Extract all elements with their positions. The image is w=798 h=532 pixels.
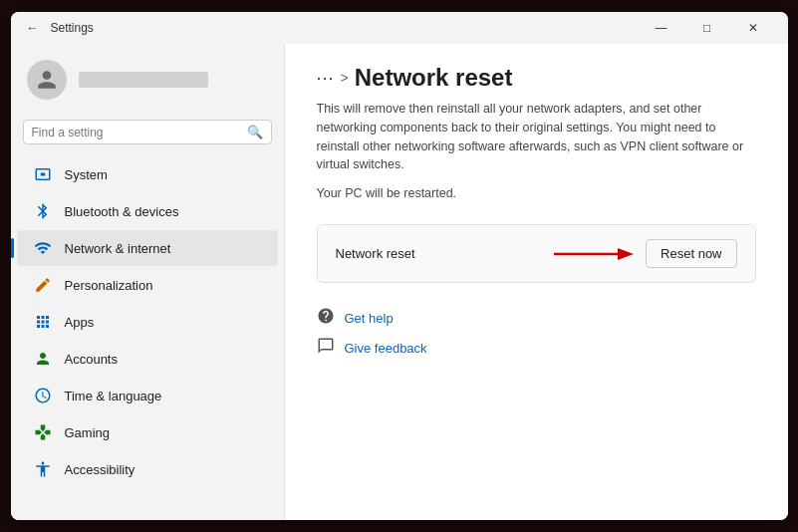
breadcrumb: ··· > Network reset	[317, 64, 756, 92]
red-arrow-icon	[554, 242, 634, 266]
sidebar-item-time-label: Time & language	[65, 389, 162, 403]
restart-notice: Your PC will be restarted.	[317, 186, 756, 200]
give-feedback-link[interactable]: Give feedback	[317, 337, 756, 359]
personalization-icon	[33, 275, 53, 295]
sidebar: 🔍 System Bluetooth & devices	[11, 44, 285, 520]
sidebar-item-system[interactable]: System	[17, 156, 278, 192]
give-feedback-icon	[317, 337, 335, 359]
sidebar-item-gaming-label: Gaming	[65, 425, 111, 440]
sidebar-item-accessibility[interactable]: Accessibility	[17, 451, 278, 487]
give-feedback-label: Give feedback	[345, 341, 427, 356]
avatar	[27, 60, 67, 100]
get-help-link[interactable]: Get help	[317, 307, 756, 329]
close-button[interactable]: ✕	[730, 12, 776, 44]
titlebar-left: ← Settings	[23, 18, 94, 38]
search-icon: 🔍	[247, 125, 263, 139]
sidebar-item-personalization[interactable]: Personalization	[17, 267, 278, 303]
network-icon	[33, 238, 53, 258]
reset-card: Network reset Reset now	[317, 224, 756, 283]
svg-marker-1	[618, 248, 634, 260]
apps-icon	[33, 312, 53, 332]
search-box[interactable]: 🔍	[23, 120, 272, 144]
system-icon	[33, 164, 53, 184]
bluetooth-icon	[33, 201, 53, 221]
accessibility-icon	[33, 459, 53, 479]
sidebar-item-personalization-label: Personalization	[65, 278, 153, 293]
reset-card-right: Reset now	[554, 239, 736, 268]
maximize-button[interactable]: □	[684, 12, 730, 44]
get-help-label: Get help	[345, 311, 394, 326]
search-input[interactable]	[32, 126, 241, 139]
sidebar-item-network[interactable]: Network & internet	[17, 230, 278, 266]
user-profile	[11, 52, 284, 116]
time-icon	[33, 386, 53, 405]
back-button[interactable]: ←	[23, 18, 43, 38]
breadcrumb-sep: >	[341, 70, 349, 86]
breadcrumb-dots[interactable]: ···	[317, 68, 335, 89]
titlebar: ← Settings — □ ✕	[11, 12, 788, 44]
page-title: Network reset	[355, 64, 513, 92]
sidebar-item-network-label: Network & internet	[65, 241, 171, 256]
gaming-icon	[33, 422, 53, 442]
nav-list: System Bluetooth & devices Network & int…	[11, 156, 284, 487]
sidebar-item-accounts[interactable]: Accounts	[17, 341, 278, 377]
reset-now-button[interactable]: Reset now	[646, 239, 736, 268]
sidebar-item-bluetooth[interactable]: Bluetooth & devices	[17, 193, 278, 229]
sidebar-item-apps[interactable]: Apps	[17, 304, 278, 340]
sidebar-item-apps-label: Apps	[65, 315, 95, 330]
sidebar-item-accessibility-label: Accessibility	[65, 462, 135, 477]
help-links: Get help Give feedback	[317, 307, 756, 359]
get-help-icon	[317, 307, 335, 329]
sidebar-item-bluetooth-label: Bluetooth & devices	[65, 204, 179, 219]
main-content: ··· > Network reset This will remove the…	[285, 44, 788, 520]
window-content: 🔍 System Bluetooth & devices	[11, 44, 788, 520]
accounts-icon	[33, 349, 53, 369]
minimize-button[interactable]: —	[639, 12, 684, 44]
app-title: Settings	[51, 21, 94, 35]
settings-window: ← Settings — □ ✕ 🔍	[11, 12, 788, 520]
sidebar-item-system-label: System	[65, 167, 108, 182]
reset-card-label: Network reset	[336, 246, 415, 261]
titlebar-controls: — □ ✕	[639, 12, 776, 44]
sidebar-item-accounts-label: Accounts	[65, 352, 118, 367]
description-text: This will remove then reinstall all your…	[317, 100, 756, 174]
sidebar-item-time[interactable]: Time & language	[17, 378, 278, 413]
username-placeholder	[79, 72, 208, 88]
sidebar-item-gaming[interactable]: Gaming	[17, 414, 278, 450]
